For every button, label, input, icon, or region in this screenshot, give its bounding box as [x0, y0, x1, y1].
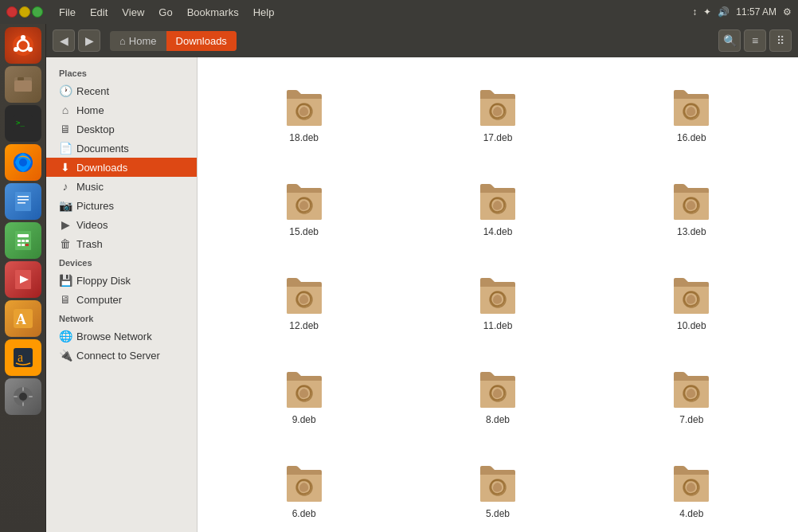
dock-ubuntu-button[interactable] [5, 27, 41, 64]
breadcrumb-downloads-label: Downloads [176, 35, 227, 47]
bluetooth-icon: ✦ [703, 6, 711, 18]
file-item[interactable]: 9.deb [210, 352, 397, 440]
menu-bookmarks[interactable]: Bookmarks [181, 5, 245, 20]
dock-font-button[interactable]: A [5, 300, 41, 337]
sidebar-item-pictures[interactable]: 📷 Pictures [46, 196, 197, 215]
sidebar-item-connect-server-label: Connect to Server [76, 350, 160, 362]
settings-tray-icon[interactable]: ⚙ [783, 6, 792, 18]
network-section-title: Network [46, 309, 197, 327]
file-label: 18.deb [289, 132, 319, 143]
deb-file-icon [284, 178, 325, 223]
menu-help[interactable]: Help [247, 5, 281, 20]
music-icon: ♪ [59, 180, 72, 193]
sidebar-item-desktop-label: Desktop [76, 123, 115, 135]
sidebar-item-music[interactable]: ♪ Music [46, 177, 197, 196]
svg-rect-18 [18, 240, 21, 242]
file-item[interactable]: 10.deb [598, 258, 785, 346]
recent-icon: 🕐 [59, 84, 72, 97]
sidebar-item-computer[interactable]: 🖥 Computer [46, 290, 197, 309]
svg-rect-6 [14, 80, 32, 92]
sidebar-item-videos[interactable]: ▶ Videos [46, 215, 197, 234]
menu-edit[interactable]: Edit [84, 5, 114, 20]
deb-file-icon [477, 460, 518, 505]
dock-terminal-button[interactable]: >_ [5, 105, 41, 142]
file-item[interactable]: 5.deb [404, 446, 591, 532]
close-button[interactable] [6, 6, 18, 18]
clock: 11:57 AM [736, 6, 776, 18]
deb-file-icon [284, 84, 325, 129]
forward-button[interactable]: ▶ [78, 29, 100, 52]
file-item[interactable]: 12.deb [210, 258, 397, 346]
file-item[interactable]: 15.deb [210, 164, 397, 252]
sidebar-item-home[interactable]: ⌂ Home [46, 100, 197, 119]
dock-firefox-button[interactable] [5, 144, 41, 181]
trash-icon: 🗑 [59, 237, 72, 250]
sidebar-item-browse-network[interactable]: 🌐 Browse Network [46, 327, 197, 346]
home-icon: ⌂ [119, 35, 126, 47]
places-section-title: Places [46, 64, 197, 81]
breadcrumb-home[interactable]: ⌂ Home [110, 31, 166, 51]
menu-go[interactable]: Go [152, 5, 178, 20]
file-manager-window: ◀ ▶ ⌂ Home Downloads 🔍 ≡ ⠿ Places 🕐 Rece… [46, 24, 798, 532]
sidebar-item-pictures-label: Pictures [76, 200, 114, 212]
svg-rect-7 [18, 77, 24, 80]
pictures-icon: 📷 [59, 199, 72, 212]
svg-text:a: a [18, 350, 23, 364]
documents-icon: 📄 [59, 142, 72, 155]
sidebar-item-floppy[interactable]: 💾 Floppy Disk [46, 271, 197, 290]
menu-items: File Edit View Go Bookmarks Help [53, 5, 280, 20]
menubar: File Edit View Go Bookmarks Help ↕ ✦ 🔊 1… [0, 0, 798, 24]
dock-amazon-button[interactable]: a [5, 339, 41, 376]
svg-rect-33 [22, 402, 24, 406]
dock-impress-button[interactable] [5, 261, 41, 298]
file-item[interactable]: 7.deb [598, 352, 785, 440]
file-label: 17.deb [483, 132, 513, 143]
file-label: 4.deb [679, 508, 703, 519]
file-item[interactable]: 4.deb [598, 446, 785, 532]
sidebar-item-trash-label: Trash [76, 238, 103, 250]
sidebar-item-recent[interactable]: 🕐 Recent [46, 81, 197, 100]
deb-file-icon [284, 272, 325, 317]
file-item[interactable]: 11.deb [404, 258, 591, 346]
search-button[interactable]: 🔍 [718, 29, 741, 52]
dock-calc-button[interactable] [5, 222, 41, 259]
sidebar-item-connect-server[interactable]: 🔌 Connect to Server [46, 346, 197, 365]
sidebar-item-documents[interactable]: 📄 Documents [46, 139, 197, 158]
file-label: 9.deb [292, 414, 316, 425]
list-view-button[interactable]: ≡ [744, 29, 766, 52]
file-item[interactable]: 16.deb [598, 70, 785, 158]
deb-file-icon [671, 460, 712, 505]
dock-writer-button[interactable] [5, 183, 41, 220]
sidebar-item-downloads[interactable]: ⬇ Downloads [46, 158, 197, 177]
file-item[interactable]: 14.deb [404, 164, 591, 252]
sidebar-item-recent-label: Recent [76, 85, 109, 97]
back-button[interactable]: ◀ [53, 29, 75, 52]
sidebar-item-desktop[interactable]: 🖥 Desktop [46, 119, 197, 139]
file-item[interactable]: 17.deb [404, 70, 591, 158]
toolbar-actions: 🔍 ≡ ⠿ [718, 29, 792, 52]
file-item[interactable]: 8.deb [404, 352, 591, 440]
computer-icon: 🖥 [59, 293, 72, 306]
connect-server-icon: 🔌 [59, 349, 72, 362]
file-item[interactable]: 18.deb [210, 70, 397, 158]
svg-point-4 [14, 47, 18, 52]
system-tray: ↕ ✦ 🔊 11:57 AM ⚙ [692, 6, 792, 18]
sidebar-item-trash[interactable]: 🗑 Trash [46, 234, 197, 253]
file-item[interactable]: 6.deb [210, 446, 397, 532]
content-area: Places 🕐 Recent ⌂ Home 🖥 Desktop 📄 Docum… [46, 57, 798, 532]
deb-file-icon [284, 366, 325, 411]
maximize-button[interactable] [32, 6, 43, 18]
svg-point-2 [21, 35, 25, 40]
menu-file[interactable]: File [53, 5, 82, 20]
dock-systemsettings-button[interactable] [5, 378, 41, 415]
breadcrumb-downloads[interactable]: Downloads [166, 31, 237, 51]
sidebar-item-downloads-label: Downloads [76, 162, 127, 174]
grid-view-button[interactable]: ⠿ [769, 29, 792, 52]
svg-point-31 [19, 393, 27, 401]
file-item[interactable]: 13.deb [598, 164, 785, 252]
dock-files-button[interactable] [5, 66, 41, 103]
menu-view[interactable]: View [115, 5, 151, 20]
svg-rect-15 [18, 202, 25, 204]
minimize-button[interactable] [19, 6, 30, 18]
application-dock: >_ [0, 24, 46, 532]
